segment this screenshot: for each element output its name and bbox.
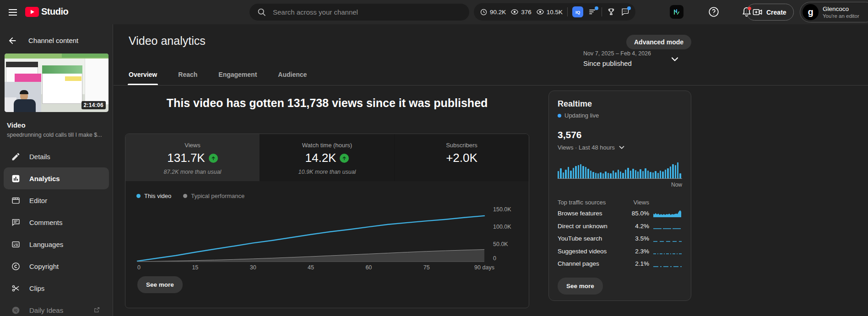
hamburger-icon bbox=[7, 7, 18, 18]
sidebar-item-analytics[interactable]: Analytics bbox=[4, 167, 109, 189]
metric-tab-watch-time[interactable]: Watch time (hours) 14.2K 10.9K more than… bbox=[260, 134, 395, 181]
legend-this-video[interactable]: This video bbox=[136, 193, 171, 199]
svg-text:IQ: IQ bbox=[14, 309, 17, 312]
sidebar-item-daily-ideas[interactable]: IQ Daily Ideas bbox=[0, 299, 113, 316]
eye-icon bbox=[536, 8, 544, 16]
video-title: speedrunning cold calls till I make $... bbox=[7, 132, 108, 138]
extension-stat-realtime[interactable]: 376 bbox=[510, 8, 532, 16]
realtime-bar bbox=[585, 167, 586, 178]
divider bbox=[567, 7, 568, 16]
realtime-bar bbox=[665, 170, 666, 178]
realtime-bar bbox=[587, 169, 589, 178]
search-bar bbox=[250, 4, 469, 21]
tab-engagement[interactable]: Engagement bbox=[218, 71, 257, 78]
see-more-button[interactable]: See more bbox=[137, 276, 183, 293]
traffic-source-label: Browse features bbox=[558, 210, 624, 217]
realtime-bar bbox=[558, 171, 559, 178]
metric-tab-subscribers[interactable]: Subscribers +2.0K bbox=[395, 134, 529, 181]
extension-chat-button[interactable] bbox=[620, 7, 629, 16]
traffic-table-header: Top traffic sources Views bbox=[558, 197, 682, 207]
thumbnail-art bbox=[6, 62, 38, 67]
advanced-mode-button[interactable]: Advanced mode bbox=[626, 35, 691, 49]
video-thumbnail[interactable]: 2:14:06 bbox=[5, 54, 108, 112]
views-line-chart[interactable]: 0153045607590 days150.0K100.0K50.0K0 bbox=[136, 203, 526, 273]
help-button[interactable] bbox=[708, 5, 721, 18]
extension-stat-views-per-hour[interactable]: 90.2K bbox=[480, 8, 506, 16]
svg-text:75: 75 bbox=[423, 264, 430, 271]
profile-text: Glencoco You're an editor bbox=[823, 5, 859, 19]
back-button[interactable] bbox=[7, 35, 18, 46]
thumbnail-art bbox=[85, 59, 108, 104]
realtime-bar bbox=[620, 171, 621, 178]
traffic-source-value: 2.3% bbox=[624, 248, 649, 255]
realtime-bar bbox=[679, 173, 681, 178]
search-input[interactable] bbox=[273, 8, 462, 16]
realtime-views-caption: Views · Last 48 hours bbox=[558, 144, 615, 151]
metric-tabs: Views 131.7K 87.2K more than usual Watch… bbox=[125, 134, 529, 181]
chevron-down-icon[interactable] bbox=[618, 143, 626, 151]
realtime-bar-chart bbox=[558, 162, 682, 179]
sidebar-item-editor[interactable]: Editor bbox=[0, 189, 113, 211]
sidebar: Channel content 2:14:06 Video speedrunni… bbox=[0, 24, 113, 316]
realtime-views-caption-row: Views · Last 48 hours bbox=[558, 143, 682, 151]
realtime-bar bbox=[645, 168, 646, 178]
profile-chip[interactable]: g Glencoco You're an editor bbox=[800, 2, 868, 22]
sidebar-item-label: Daily Ideas bbox=[29, 306, 63, 314]
back-arrow-icon bbox=[7, 36, 17, 46]
realtime-bar bbox=[622, 173, 624, 178]
profile-avatar: g bbox=[803, 4, 819, 20]
realtime-see-more-button[interactable]: See more bbox=[558, 278, 603, 295]
sidebar-header: Channel content bbox=[0, 34, 113, 47]
realtime-bar bbox=[635, 170, 636, 178]
sidebar-item-languages[interactable]: Languages bbox=[0, 233, 113, 255]
create-button[interactable]: Create bbox=[746, 4, 794, 21]
sidebar-item-label: Analytics bbox=[29, 175, 60, 182]
main-content: Video analytics Advanced mode Overview R… bbox=[114, 24, 868, 316]
realtime-views-count: 3,576 bbox=[558, 129, 682, 140]
sidebar-item-comments[interactable]: Comments bbox=[0, 211, 113, 233]
sidebar-item-copyright[interactable]: Copyright bbox=[0, 255, 113, 277]
svg-text:15: 15 bbox=[192, 264, 198, 271]
hamburger-menu-button[interactable] bbox=[7, 6, 20, 19]
realtime-bar bbox=[662, 171, 663, 178]
tab-audience[interactable]: Audience bbox=[278, 71, 307, 78]
extension-trophy-button[interactable] bbox=[607, 7, 616, 16]
traffic-sparkline bbox=[653, 235, 682, 243]
youtube-studio-logo[interactable]: Studio bbox=[25, 6, 68, 17]
scissors-icon bbox=[11, 284, 21, 293]
realtime-bar bbox=[602, 173, 604, 178]
realtime-card: Realtime Updating live 3,576 Views · Las… bbox=[548, 91, 691, 301]
tab-overview[interactable]: Overview bbox=[129, 71, 157, 78]
vidiq-icon[interactable]: IQ bbox=[572, 6, 583, 17]
editor-icon bbox=[11, 196, 21, 205]
legend-typical-performance[interactable]: Typical performance bbox=[183, 193, 244, 199]
nexlev-extension-icon[interactable] bbox=[670, 5, 684, 19]
extension-sort-button[interactable] bbox=[588, 7, 597, 16]
sidebar-item-details[interactable]: Details bbox=[0, 145, 113, 167]
sidebar-item-clips[interactable]: Clips bbox=[0, 277, 113, 299]
realtime-bar bbox=[592, 172, 594, 178]
realtime-bar bbox=[613, 171, 614, 178]
tab-reach[interactable]: Reach bbox=[178, 71, 197, 78]
realtime-bar bbox=[672, 164, 673, 178]
clock-icon bbox=[480, 8, 488, 16]
realtime-bar bbox=[655, 171, 656, 178]
realtime-title: Realtime bbox=[558, 99, 682, 109]
realtime-bar bbox=[580, 164, 581, 178]
realtime-bar bbox=[640, 169, 641, 178]
realtime-bar bbox=[568, 167, 569, 178]
topbar: Studio 90.2K 376 10.5K IQ bbox=[0, 0, 868, 24]
extension-stat-subs[interactable]: 10.5K bbox=[536, 8, 563, 16]
thumbnail-art bbox=[42, 65, 82, 74]
traffic-row: Browse features 85.0% bbox=[558, 207, 682, 220]
divider bbox=[602, 7, 602, 16]
traffic-row: Channel pages 2.1% bbox=[558, 257, 682, 270]
metric-tab-views[interactable]: Views 131.7K 87.2K more than usual bbox=[125, 134, 260, 181]
date-range-picker[interactable]: Nov 7, 2025 – Feb 4, 2026 Since publishe… bbox=[583, 50, 680, 67]
profile-role: You're an editor bbox=[823, 13, 859, 19]
svg-text:30: 30 bbox=[250, 264, 256, 271]
traffic-sparkline bbox=[653, 222, 682, 230]
svg-text:150.0K: 150.0K bbox=[493, 206, 511, 213]
sidebar-item-label: Details bbox=[29, 153, 50, 161]
date-text: Nov 7, 2025 – Feb 4, 2026 Since publishe… bbox=[583, 50, 651, 67]
